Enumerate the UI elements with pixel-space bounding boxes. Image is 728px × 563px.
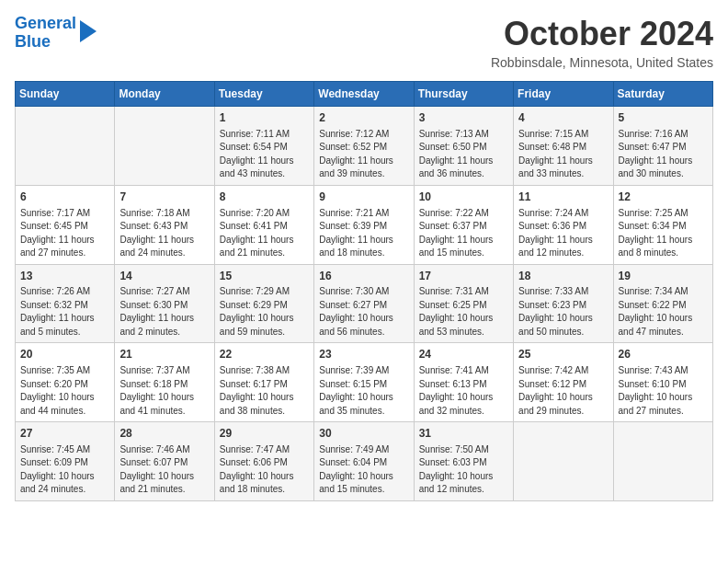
day-info: Sunrise: 7:47 AMSunset: 6:06 PMDaylight:… [220,443,309,497]
day-info: Sunrise: 7:35 AMSunset: 6:20 PMDaylight:… [20,364,109,418]
day-info: Sunrise: 7:41 AMSunset: 6:13 PMDaylight:… [419,364,508,418]
day-info: Sunrise: 7:15 AMSunset: 6:48 PMDaylight:… [518,128,608,181]
day-number: 7 [119,190,209,205]
day-number: 19 [619,269,708,284]
day-info: Sunrise: 7:33 AMSunset: 6:23 PMDaylight:… [518,285,608,339]
calendar-cell: 29Sunrise: 7:47 AMSunset: 6:06 PMDayligh… [214,422,313,501]
calendar-cell [16,107,115,186]
day-number: 8 [220,190,309,205]
day-info: Sunrise: 7:29 AMSunset: 6:29 PMDaylight:… [220,285,309,339]
calendar-cell: 15Sunrise: 7:29 AMSunset: 6:29 PMDayligh… [214,264,313,343]
calendar-week-row: 27Sunrise: 7:45 AMSunset: 6:09 PMDayligh… [16,422,713,501]
day-info: Sunrise: 7:25 AMSunset: 6:34 PMDaylight:… [619,207,708,260]
day-info: Sunrise: 7:49 AMSunset: 6:04 PMDaylight:… [319,443,408,497]
day-number: 23 [319,347,408,362]
day-info: Sunrise: 7:18 AMSunset: 6:43 PMDaylight:… [119,207,209,260]
calendar-cell [613,422,712,501]
day-info: Sunrise: 7:11 AMSunset: 6:54 PMDaylight:… [220,128,309,181]
day-number: 9 [319,190,408,205]
day-number: 5 [619,110,708,126]
calendar-week-row: 6Sunrise: 7:17 AMSunset: 6:45 PMDaylight… [16,185,713,264]
day-number: 21 [119,347,209,362]
day-info: Sunrise: 7:39 AMSunset: 6:15 PMDaylight:… [319,364,408,418]
day-number: 29 [220,426,309,442]
day-number: 25 [518,347,608,362]
day-info: Sunrise: 7:26 AMSunset: 6:32 PMDaylight:… [20,285,109,339]
calendar-header: SundayMondayTuesdayWednesdayThursdayFrid… [16,82,713,107]
day-number: 26 [619,347,708,362]
calendar-cell: 14Sunrise: 7:27 AMSunset: 6:30 PMDayligh… [115,264,214,343]
calendar-cell: 25Sunrise: 7:42 AMSunset: 6:12 PMDayligh… [514,343,613,422]
calendar-cell: 30Sunrise: 7:49 AMSunset: 6:04 PMDayligh… [314,422,414,501]
calendar-cell: 17Sunrise: 7:31 AMSunset: 6:25 PMDayligh… [414,264,513,343]
day-number: 14 [119,269,209,284]
title-block: October 2024 Robbinsdale, Minnesota, Uni… [491,15,713,70]
calendar-cell: 24Sunrise: 7:41 AMSunset: 6:13 PMDayligh… [414,343,513,422]
calendar-cell: 3Sunrise: 7:13 AMSunset: 6:50 PMDaylight… [414,107,513,186]
calendar-cell: 21Sunrise: 7:37 AMSunset: 6:18 PMDayligh… [115,343,214,422]
weekday-header: Tuesday [214,82,313,107]
day-number: 28 [119,426,209,442]
day-info: Sunrise: 7:17 AMSunset: 6:45 PMDaylight:… [20,207,109,260]
calendar-cell: 4Sunrise: 7:15 AMSunset: 6:48 PMDaylight… [514,107,613,186]
day-info: Sunrise: 7:50 AMSunset: 6:03 PMDaylight:… [419,443,508,497]
calendar-cell: 10Sunrise: 7:22 AMSunset: 6:37 PMDayligh… [414,185,513,264]
day-info: Sunrise: 7:42 AMSunset: 6:12 PMDaylight:… [518,364,608,418]
day-number: 30 [319,426,408,442]
calendar-cell: 31Sunrise: 7:50 AMSunset: 6:03 PMDayligh… [414,422,513,501]
day-info: Sunrise: 7:21 AMSunset: 6:39 PMDaylight:… [319,207,408,260]
logo-blue: Blue [15,32,51,51]
calendar-week-row: 1Sunrise: 7:11 AMSunset: 6:54 PMDaylight… [16,107,713,186]
calendar-cell: 6Sunrise: 7:17 AMSunset: 6:45 PMDaylight… [16,185,115,264]
calendar-week-row: 13Sunrise: 7:26 AMSunset: 6:32 PMDayligh… [16,264,713,343]
page-header: General Blue October 2024 Robbinsdale, M… [15,15,713,70]
weekday-header: Thursday [414,82,513,107]
weekday-header: Monday [115,82,214,107]
day-number: 11 [518,190,608,205]
calendar-cell: 19Sunrise: 7:34 AMSunset: 6:22 PMDayligh… [613,264,712,343]
calendar-cell: 8Sunrise: 7:20 AMSunset: 6:41 PMDaylight… [214,185,313,264]
calendar-cell: 18Sunrise: 7:33 AMSunset: 6:23 PMDayligh… [514,264,613,343]
day-info: Sunrise: 7:31 AMSunset: 6:25 PMDaylight:… [419,285,508,339]
logo-text: General Blue [15,15,76,52]
location-text: Robbinsdale, Minnesota, United States [491,55,713,70]
calendar-cell: 7Sunrise: 7:18 AMSunset: 6:43 PMDaylight… [115,185,214,264]
day-info: Sunrise: 7:13 AMSunset: 6:50 PMDaylight:… [419,128,508,181]
day-info: Sunrise: 7:45 AMSunset: 6:09 PMDaylight:… [20,443,109,497]
calendar-body: 1Sunrise: 7:11 AMSunset: 6:54 PMDaylight… [16,107,713,501]
calendar-cell: 28Sunrise: 7:46 AMSunset: 6:07 PMDayligh… [115,422,214,501]
day-number: 6 [20,190,109,205]
day-info: Sunrise: 7:38 AMSunset: 6:17 PMDaylight:… [220,364,309,418]
calendar-cell [514,422,613,501]
day-info: Sunrise: 7:12 AMSunset: 6:52 PMDaylight:… [319,128,408,181]
day-info: Sunrise: 7:22 AMSunset: 6:37 PMDaylight:… [419,207,508,260]
weekday-row: SundayMondayTuesdayWednesdayThursdayFrid… [16,82,713,107]
day-info: Sunrise: 7:37 AMSunset: 6:18 PMDaylight:… [119,364,209,418]
calendar-table: SundayMondayTuesdayWednesdayThursdayFrid… [15,81,713,501]
day-number: 1 [220,110,309,126]
day-number: 16 [319,269,408,284]
calendar-cell: 23Sunrise: 7:39 AMSunset: 6:15 PMDayligh… [314,343,414,422]
calendar-cell: 20Sunrise: 7:35 AMSunset: 6:20 PMDayligh… [16,343,115,422]
calendar-cell: 22Sunrise: 7:38 AMSunset: 6:17 PMDayligh… [214,343,313,422]
day-info: Sunrise: 7:16 AMSunset: 6:47 PMDaylight:… [619,128,708,181]
day-info: Sunrise: 7:24 AMSunset: 6:36 PMDaylight:… [518,207,608,260]
day-number: 2 [319,110,408,126]
calendar-cell: 9Sunrise: 7:21 AMSunset: 6:39 PMDaylight… [314,185,414,264]
day-number: 17 [419,269,508,284]
day-info: Sunrise: 7:43 AMSunset: 6:10 PMDaylight:… [619,364,708,418]
calendar-cell [115,107,214,186]
month-title: October 2024 [491,15,713,53]
weekday-header: Friday [514,82,613,107]
weekday-header: Saturday [613,82,712,107]
logo: General Blue [15,15,97,52]
day-number: 10 [419,190,508,205]
day-info: Sunrise: 7:34 AMSunset: 6:22 PMDaylight:… [619,285,708,339]
calendar-cell: 16Sunrise: 7:30 AMSunset: 6:27 PMDayligh… [314,264,414,343]
day-number: 22 [220,347,309,362]
day-number: 27 [20,426,109,442]
calendar-cell: 12Sunrise: 7:25 AMSunset: 6:34 PMDayligh… [613,185,712,264]
logo-general: General [15,14,76,32]
weekday-header: Wednesday [314,82,414,107]
calendar-cell: 2Sunrise: 7:12 AMSunset: 6:52 PMDaylight… [314,107,414,186]
